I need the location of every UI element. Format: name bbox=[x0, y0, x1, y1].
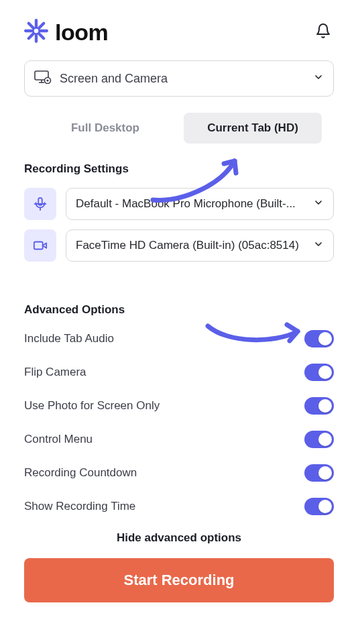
option-label: Flip Camera bbox=[24, 366, 86, 379]
tab-label: Full Desktop bbox=[71, 121, 139, 135]
toggle-recording-countdown[interactable] bbox=[304, 464, 334, 482]
brand-name: loom bbox=[55, 19, 108, 46]
advanced-options-heading: Advanced Options bbox=[24, 303, 334, 317]
notifications-button[interactable] bbox=[312, 21, 334, 43]
toggle-use-photo-screen-only[interactable] bbox=[304, 397, 334, 415]
option-show-recording-time: Show Recording Time bbox=[24, 498, 334, 515]
toggle-show-recording-time[interactable] bbox=[304, 498, 334, 515]
option-recording-countdown: Recording Countdown bbox=[24, 464, 334, 482]
toggle-flip-camera[interactable] bbox=[304, 364, 334, 381]
start-recording-button[interactable]: Start Recording bbox=[24, 558, 334, 602]
option-label: Control Menu bbox=[24, 433, 93, 446]
bell-icon bbox=[315, 23, 331, 42]
camera-select[interactable]: FaceTime HD Camera (Built-in) (05ac:8514… bbox=[66, 229, 334, 262]
tab-full-desktop[interactable]: Full Desktop bbox=[36, 113, 174, 144]
chevron-down-icon bbox=[313, 239, 324, 252]
recording-settings-heading: Recording Settings bbox=[24, 162, 334, 176]
toggle-control-menu[interactable] bbox=[304, 431, 334, 448]
camera-value: FaceTime HD Camera (Built-in) (05ac:8514… bbox=[76, 239, 313, 252]
option-label: Recording Countdown bbox=[24, 466, 137, 480]
microphone-value: Default - MacBook Pro Microphone (Built-… bbox=[76, 197, 313, 211]
option-include-tab-audio: Include Tab Audio bbox=[24, 330, 334, 347]
svg-rect-12 bbox=[34, 242, 43, 250]
option-label: Show Recording Time bbox=[24, 500, 135, 513]
start-recording-label: Start Recording bbox=[123, 572, 234, 589]
loom-logo-icon bbox=[24, 19, 48, 46]
chevron-down-icon bbox=[313, 197, 324, 211]
screen-camera-icon bbox=[34, 70, 52, 87]
camera-icon[interactable] bbox=[24, 229, 56, 262]
svg-point-8 bbox=[46, 79, 48, 81]
option-control-menu: Control Menu bbox=[24, 431, 334, 448]
recording-mode-select[interactable]: Screen and Camera bbox=[24, 60, 334, 97]
option-label: Use Photo for Screen Only bbox=[24, 399, 160, 413]
tab-label: Current Tab (HD) bbox=[207, 121, 298, 135]
capture-scope-tabs: Full Desktop Current Tab (HD) bbox=[24, 113, 334, 144]
chevron-down-icon bbox=[313, 72, 324, 85]
microphone-icon[interactable] bbox=[24, 188, 56, 220]
option-flip-camera: Flip Camera bbox=[24, 364, 334, 381]
tab-current-tab[interactable]: Current Tab (HD) bbox=[184, 113, 322, 144]
hide-advanced-options[interactable]: Hide advanced options bbox=[24, 531, 334, 545]
option-use-photo-screen-only: Use Photo for Screen Only bbox=[24, 397, 334, 415]
brand: loom bbox=[24, 19, 108, 46]
microphone-select[interactable]: Default - MacBook Pro Microphone (Built-… bbox=[66, 188, 334, 220]
option-label: Include Tab Audio bbox=[24, 332, 114, 345]
toggle-include-tab-audio[interactable] bbox=[304, 330, 334, 347]
svg-point-5 bbox=[34, 29, 38, 33]
recording-mode-label: Screen and Camera bbox=[60, 72, 305, 86]
